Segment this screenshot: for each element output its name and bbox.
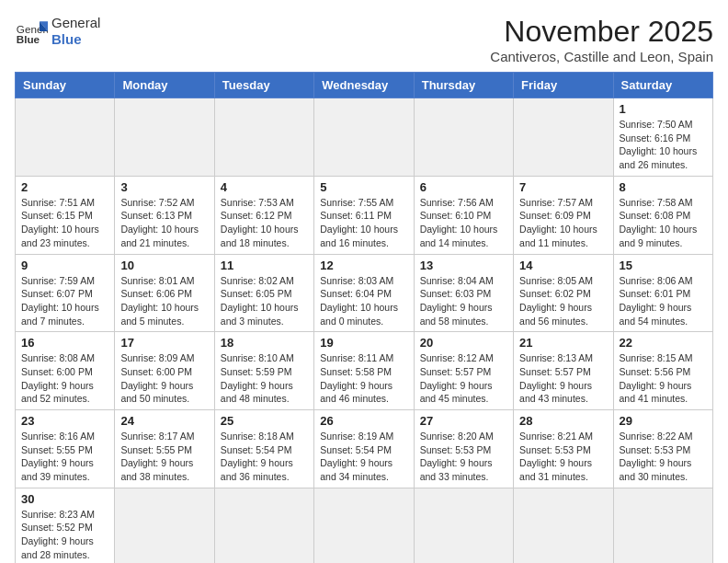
day-number: 11 bbox=[221, 259, 308, 272]
day-info: Sunrise: 8:17 AM Sunset: 5:55 PM Dayligh… bbox=[120, 430, 208, 484]
day-cell: 2Sunrise: 7:51 AM Sunset: 6:15 PM Daylig… bbox=[16, 176, 115, 254]
day-cell: 28Sunrise: 8:21 AM Sunset: 5:53 PM Dayli… bbox=[514, 410, 613, 488]
day-info: Sunrise: 7:52 AM Sunset: 6:13 PM Dayligh… bbox=[120, 196, 208, 250]
day-info: Sunrise: 7:50 AM Sunset: 6:16 PM Dayligh… bbox=[620, 118, 707, 172]
day-cell bbox=[314, 98, 414, 177]
day-info: Sunrise: 8:11 AM Sunset: 5:58 PM Dayligh… bbox=[320, 351, 407, 406]
day-cell: 4Sunrise: 7:53 AM Sunset: 6:12 PM Daylig… bbox=[214, 176, 313, 254]
day-info: Sunrise: 8:04 AM Sunset: 6:03 PM Dayligh… bbox=[420, 274, 507, 328]
day-info: Sunrise: 7:56 AM Sunset: 6:10 PM Dayligh… bbox=[420, 196, 507, 250]
day-number: 7 bbox=[519, 180, 607, 194]
logo-blue: Blue bbox=[51, 31, 100, 48]
day-info: Sunrise: 8:05 AM Sunset: 6:02 PM Dayligh… bbox=[519, 274, 607, 328]
logo-general: General bbox=[51, 15, 100, 31]
day-info: Sunrise: 8:21 AM Sunset: 5:53 PM Dayligh… bbox=[519, 430, 607, 484]
day-cell: 1Sunrise: 7:50 AM Sunset: 6:16 PM Daylig… bbox=[613, 98, 712, 177]
day-number: 1 bbox=[620, 102, 707, 116]
title-area: November 2025 Cantiveros, Castille and L… bbox=[490, 15, 713, 64]
day-info: Sunrise: 8:06 AM Sunset: 6:01 PM Dayligh… bbox=[620, 274, 707, 328]
day-info: Sunrise: 7:55 AM Sunset: 6:11 PM Dayligh… bbox=[320, 196, 407, 250]
day-cell bbox=[613, 488, 712, 563]
day-number: 25 bbox=[221, 414, 308, 428]
day-cell: 17Sunrise: 8:09 AM Sunset: 6:00 PM Dayli… bbox=[115, 332, 214, 410]
day-number: 4 bbox=[221, 180, 308, 194]
day-cell bbox=[514, 488, 613, 563]
weekday-header-monday: Monday bbox=[115, 73, 214, 98]
day-info: Sunrise: 8:23 AM Sunset: 5:52 PM Dayligh… bbox=[21, 508, 108, 562]
day-cell: 3Sunrise: 7:52 AM Sunset: 6:13 PM Daylig… bbox=[115, 176, 214, 254]
day-number: 12 bbox=[320, 259, 407, 272]
day-cell: 26Sunrise: 8:19 AM Sunset: 5:54 PM Dayli… bbox=[314, 410, 414, 488]
day-number: 9 bbox=[21, 259, 108, 272]
day-info: Sunrise: 8:12 AM Sunset: 5:57 PM Dayligh… bbox=[420, 351, 507, 406]
weekday-header-tuesday: Tuesday bbox=[214, 73, 313, 98]
day-number: 21 bbox=[519, 336, 607, 350]
day-info: Sunrise: 8:01 AM Sunset: 6:06 PM Dayligh… bbox=[120, 274, 208, 328]
day-info: Sunrise: 7:57 AM Sunset: 6:09 PM Dayligh… bbox=[519, 196, 607, 250]
day-number: 15 bbox=[620, 259, 707, 272]
day-cell bbox=[514, 98, 613, 177]
day-cell: 14Sunrise: 8:05 AM Sunset: 6:02 PM Dayli… bbox=[514, 254, 613, 332]
day-info: Sunrise: 8:08 AM Sunset: 6:00 PM Dayligh… bbox=[21, 351, 108, 406]
day-number: 26 bbox=[320, 414, 407, 428]
day-cell: 23Sunrise: 8:16 AM Sunset: 5:55 PM Dayli… bbox=[16, 410, 115, 488]
day-cell: 21Sunrise: 8:13 AM Sunset: 5:57 PM Dayli… bbox=[514, 332, 613, 410]
day-cell bbox=[115, 488, 214, 563]
calendar: SundayMondayTuesdayWednesdayThursdayFrid… bbox=[15, 72, 713, 563]
day-number: 20 bbox=[420, 336, 507, 350]
day-number: 28 bbox=[519, 414, 607, 428]
day-cell: 11Sunrise: 8:02 AM Sunset: 6:05 PM Dayli… bbox=[214, 254, 313, 332]
week-row-2: 9Sunrise: 7:59 AM Sunset: 6:07 PM Daylig… bbox=[16, 254, 713, 332]
day-number: 8 bbox=[620, 180, 707, 194]
day-info: Sunrise: 7:59 AM Sunset: 6:07 PM Dayligh… bbox=[21, 274, 108, 328]
day-info: Sunrise: 7:51 AM Sunset: 6:15 PM Dayligh… bbox=[21, 196, 108, 250]
weekday-header-wednesday: Wednesday bbox=[314, 73, 414, 98]
weekday-header-thursday: Thursday bbox=[414, 73, 513, 98]
day-number: 5 bbox=[320, 180, 407, 194]
day-cell: 8Sunrise: 7:58 AM Sunset: 6:08 PM Daylig… bbox=[613, 176, 712, 254]
day-cell: 19Sunrise: 8:11 AM Sunset: 5:58 PM Dayli… bbox=[314, 332, 414, 410]
logo: General Blue General Blue bbox=[15, 15, 100, 48]
week-row-4: 23Sunrise: 8:16 AM Sunset: 5:55 PM Dayli… bbox=[16, 410, 713, 488]
day-cell bbox=[115, 98, 214, 177]
day-number: 17 bbox=[120, 336, 208, 350]
day-info: Sunrise: 8:22 AM Sunset: 5:53 PM Dayligh… bbox=[620, 430, 707, 484]
day-cell bbox=[214, 98, 313, 177]
day-number: 24 bbox=[120, 414, 208, 428]
day-cell: 9Sunrise: 7:59 AM Sunset: 6:07 PM Daylig… bbox=[16, 254, 115, 332]
day-info: Sunrise: 8:20 AM Sunset: 5:53 PM Dayligh… bbox=[420, 430, 507, 484]
day-info: Sunrise: 8:10 AM Sunset: 5:59 PM Dayligh… bbox=[221, 351, 308, 406]
day-info: Sunrise: 8:02 AM Sunset: 6:05 PM Dayligh… bbox=[221, 274, 308, 328]
day-number: 13 bbox=[420, 259, 507, 272]
day-cell: 5Sunrise: 7:55 AM Sunset: 6:11 PM Daylig… bbox=[314, 176, 414, 254]
day-number: 16 bbox=[21, 336, 108, 350]
weekday-header-saturday: Saturday bbox=[613, 73, 712, 98]
day-number: 22 bbox=[620, 336, 707, 350]
day-info: Sunrise: 8:18 AM Sunset: 5:54 PM Dayligh… bbox=[221, 430, 308, 484]
day-cell: 12Sunrise: 8:03 AM Sunset: 6:04 PM Dayli… bbox=[314, 254, 414, 332]
day-cell: 25Sunrise: 8:18 AM Sunset: 5:54 PM Dayli… bbox=[214, 410, 313, 488]
day-cell: 20Sunrise: 8:12 AM Sunset: 5:57 PM Dayli… bbox=[414, 332, 513, 410]
day-info: Sunrise: 8:13 AM Sunset: 5:57 PM Dayligh… bbox=[519, 351, 607, 406]
day-cell: 27Sunrise: 8:20 AM Sunset: 5:53 PM Dayli… bbox=[414, 410, 513, 488]
location-title: Cantiveros, Castille and Leon, Spain bbox=[490, 49, 713, 64]
day-number: 29 bbox=[620, 414, 707, 428]
day-number: 14 bbox=[519, 259, 607, 272]
day-number: 27 bbox=[420, 414, 507, 428]
day-info: Sunrise: 8:19 AM Sunset: 5:54 PM Dayligh… bbox=[320, 430, 407, 484]
day-cell: 7Sunrise: 7:57 AM Sunset: 6:09 PM Daylig… bbox=[514, 176, 613, 254]
day-number: 2 bbox=[21, 180, 108, 194]
day-number: 10 bbox=[120, 259, 208, 272]
day-number: 19 bbox=[320, 336, 407, 350]
day-number: 18 bbox=[221, 336, 308, 350]
day-number: 30 bbox=[21, 492, 108, 506]
week-row-0: 1Sunrise: 7:50 AM Sunset: 6:16 PM Daylig… bbox=[16, 98, 713, 177]
day-cell: 10Sunrise: 8:01 AM Sunset: 6:06 PM Dayli… bbox=[115, 254, 214, 332]
day-cell: 6Sunrise: 7:56 AM Sunset: 6:10 PM Daylig… bbox=[414, 176, 513, 254]
weekday-header-sunday: Sunday bbox=[16, 73, 115, 98]
svg-text:Blue: Blue bbox=[17, 33, 40, 45]
day-cell: 29Sunrise: 8:22 AM Sunset: 5:53 PM Dayli… bbox=[613, 410, 712, 488]
day-info: Sunrise: 7:53 AM Sunset: 6:12 PM Dayligh… bbox=[221, 196, 308, 250]
week-row-5: 30Sunrise: 8:23 AM Sunset: 5:52 PM Dayli… bbox=[16, 488, 713, 563]
day-cell: 24Sunrise: 8:17 AM Sunset: 5:55 PM Dayli… bbox=[115, 410, 214, 488]
